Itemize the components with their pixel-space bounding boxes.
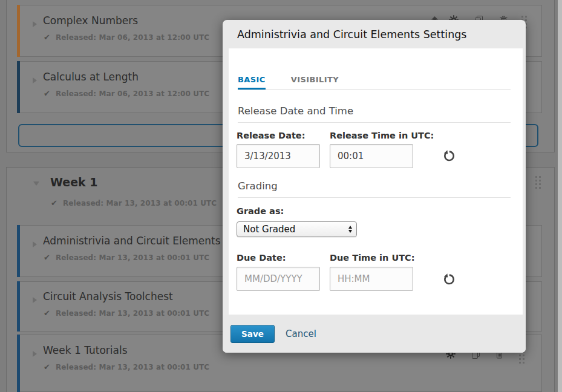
tab-visibility[interactable]: VISIBILITY xyxy=(291,75,339,90)
cancel-link[interactable]: Cancel xyxy=(286,328,316,339)
select-arrows-icon xyxy=(348,226,352,234)
expand-caret-icon[interactable] xyxy=(33,21,37,27)
subsection-title: Calculus at Length xyxy=(43,71,139,83)
release-status: Released: Mar 13, 2013 at 00:01 UTC xyxy=(56,309,209,318)
reset-due-icon[interactable] xyxy=(443,273,456,286)
grade-as-label: Grade as: xyxy=(237,206,284,216)
grade-select[interactable]: Not Graded xyxy=(237,221,357,237)
expand-caret-icon[interactable] xyxy=(33,351,37,357)
due-time-input[interactable] xyxy=(330,267,413,291)
modal-title: Administrivia and Circuit Elements Setti… xyxy=(237,28,466,41)
check-icon: ✔ xyxy=(44,362,50,371)
check-icon: ✔ xyxy=(51,198,57,207)
due-date-input[interactable] xyxy=(237,267,320,291)
expand-caret-icon[interactable] xyxy=(33,241,37,247)
due-time-label: Due Time in UTC: xyxy=(330,253,415,263)
check-icon: ✔ xyxy=(44,33,50,42)
subsection-title: Week 1 Tutorials xyxy=(43,344,128,356)
due-date-label: Due Date: xyxy=(237,253,286,263)
drag-handle-icon[interactable] xyxy=(535,176,541,189)
collapse-caret-icon[interactable] xyxy=(33,181,39,186)
release-time-label: Release Time in UTC: xyxy=(330,131,434,140)
save-button[interactable]: Save xyxy=(230,325,275,343)
grade-select-value: Not Graded xyxy=(243,224,295,235)
expand-caret-icon[interactable] xyxy=(33,297,37,303)
section-title: Week 1 xyxy=(50,175,98,189)
release-status: Released: Mar 06, 2013 at 12:00 UTC xyxy=(56,90,209,98)
check-icon: ✔ xyxy=(44,309,50,318)
status-bar xyxy=(17,335,20,392)
drag-handle-icon[interactable] xyxy=(519,351,524,364)
release-section-heading: Release Date and Time xyxy=(238,105,353,117)
release-status: Released: Mar 06, 2013 at 12:00 UTC xyxy=(56,33,209,42)
modal-body: BASIC VISIBILITY Release Date and Time R… xyxy=(229,48,523,315)
settings-modal: Administrivia and Circuit Elements Setti… xyxy=(223,20,526,353)
subsection-title: Administrivia and Circuit Elements xyxy=(43,235,221,247)
release-date-input[interactable] xyxy=(237,144,320,168)
tab-basic[interactable]: BASIC xyxy=(238,75,266,90)
status-bar xyxy=(17,5,20,57)
check-icon: ✔ xyxy=(44,89,50,98)
section-divider xyxy=(238,122,511,123)
section-divider xyxy=(238,197,511,198)
release-status: Released: Mar 13, 2013 at 00:01 UTC xyxy=(56,253,209,262)
subsection-title: Complex Numbers xyxy=(43,15,138,27)
release-status: Released: Mar 13, 2013 at 00:01 UTC xyxy=(56,363,209,371)
release-date-label: Release Date: xyxy=(237,131,306,140)
reset-release-icon[interactable] xyxy=(443,150,456,162)
modal-tabs: BASIC VISIBILITY xyxy=(238,75,511,90)
release-status: Released: Mar 13, 2013 at 00:01 UTC xyxy=(63,199,217,207)
status-bar xyxy=(17,61,20,113)
status-bar xyxy=(17,225,20,277)
release-time-input[interactable] xyxy=(330,144,413,168)
expand-caret-icon[interactable] xyxy=(33,77,37,83)
grading-section-heading: Grading xyxy=(238,180,278,192)
modal-footer: Save Cancel xyxy=(223,315,526,353)
subsection-title: Circuit Analysis Toolchest xyxy=(43,290,173,302)
page-scrollbar[interactable] xyxy=(558,0,562,392)
modal-header: Administrivia and Circuit Elements Setti… xyxy=(223,20,526,48)
check-icon: ✔ xyxy=(44,253,50,262)
status-bar xyxy=(17,281,20,332)
